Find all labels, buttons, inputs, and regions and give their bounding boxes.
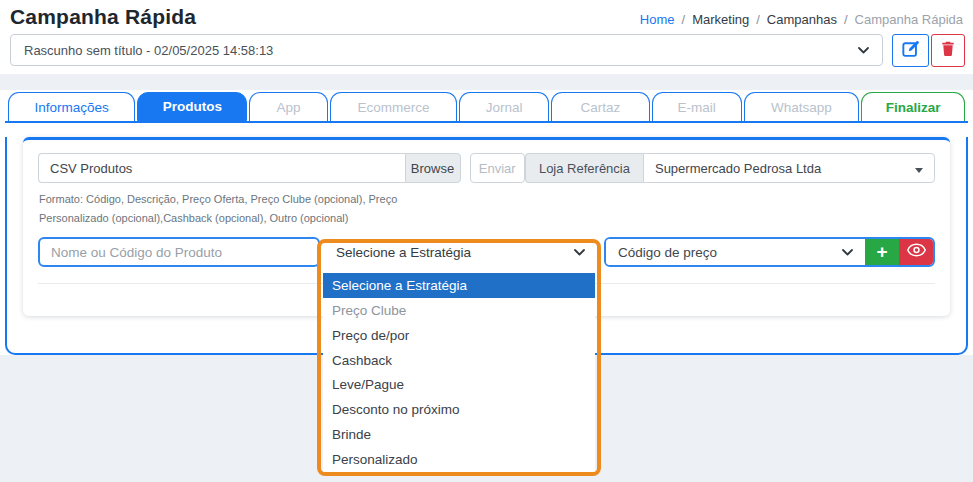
reference-store-select[interactable]: Supermercado Pedrosa Ltda [643,153,935,183]
breadcrumb-separator: / [844,12,848,27]
reference-store-value: Supermercado Pedrosa Ltda [655,161,821,176]
strategy-option-placeholder[interactable]: Selecione a Estratégia [323,273,595,298]
price-code-group: Código de preço + [604,237,935,267]
strategy-option-leve-pague[interactable]: Leve/Pague [323,373,595,398]
strategy-option-personalizado[interactable]: Personalizado [323,447,595,472]
chevron-down-icon [858,47,869,54]
strategy-option-desconto-no-proximo[interactable]: Desconto no próximo [323,397,595,422]
caret-down-icon [915,161,923,176]
csv-format-help: Formato: Código, Descrição, Preço Oferta… [39,190,469,227]
reference-store-group: Loja Referência Supermercado Pedrosa Ltd… [525,153,935,183]
csv-file-input[interactable]: CSV Produtos [38,153,405,183]
breadcrumb-separator: / [756,12,760,27]
strategy-option-cashback[interactable]: Cashback [323,348,595,373]
pencil-square-icon [902,40,920,62]
tab-informacoes[interactable]: Informações [8,92,135,121]
preview-products-button[interactable] [899,239,933,265]
delete-draft-button[interactable] [931,34,965,67]
breadcrumb-separator: / [682,12,686,27]
price-code-select[interactable]: Código de preço [606,239,865,265]
draft-select[interactable]: Rascunho sem título - 02/05/2025 14:58:1… [10,34,883,66]
tab-jornal: Jornal [459,92,549,121]
tab-bar: Informações Produtos App Ecommerce Jorna… [5,92,968,123]
strategy-select[interactable]: Selecione a Estratégia [327,238,595,266]
price-code-value: Código de preço [618,245,717,260]
tab-ecommerce: Ecommerce [330,92,457,121]
page-header: Campanha Rápida Home / Marketing / Campa… [0,0,973,74]
edit-draft-button[interactable] [892,34,929,67]
draft-select-value: Rascunho sem título - 02/05/2025 14:58:1… [24,43,273,58]
page-title: Campanha Rápida [10,5,196,29]
strategy-option-brinde[interactable]: Brinde [323,422,595,447]
breadcrumb-marketing[interactable]: Marketing [692,12,749,27]
breadcrumb-home[interactable]: Home [640,12,675,27]
csv-file-value: CSV Produtos [50,161,132,176]
page: { "page": { "title": "Campanha Rápida" }… [0,0,973,482]
csv-file-group: CSV Produtos Browse [38,153,461,183]
breadcrumb: Home / Marketing / Campanhas / Campanha … [640,12,965,27]
product-search-input[interactable] [38,237,320,267]
tab-whatsapp: Whatsapp [744,92,860,121]
submit-csv-button[interactable]: Enviar [470,153,525,183]
chevron-down-icon [574,249,585,256]
strategy-option-preco-de-por[interactable]: Preço de/por [323,323,595,348]
trash-icon [940,40,956,61]
plus-icon: + [876,241,887,263]
tab-app: App [249,92,327,121]
tab-email: E-mail [652,92,742,121]
reference-store-label: Loja Referência [525,153,643,183]
eye-icon [907,243,926,261]
add-product-button[interactable]: + [865,239,899,265]
browse-button[interactable]: Browse [405,153,461,183]
tab-finalizar[interactable]: Finalizar [861,92,965,121]
tab-cartaz: Cartaz [551,92,650,121]
chevron-down-icon [842,249,853,256]
strategy-dropdown-menu: Selecione a Estratégia Preço Clube Preço… [323,273,595,472]
breadcrumb-current: Campanha Rápida [855,12,963,27]
breadcrumb-campanhas[interactable]: Campanhas [767,12,837,27]
tab-produtos[interactable]: Produtos [137,92,247,121]
strategy-option-preco-clube[interactable]: Preço Clube [323,298,595,323]
strategy-select-value: Selecione a Estratégia [336,245,471,260]
